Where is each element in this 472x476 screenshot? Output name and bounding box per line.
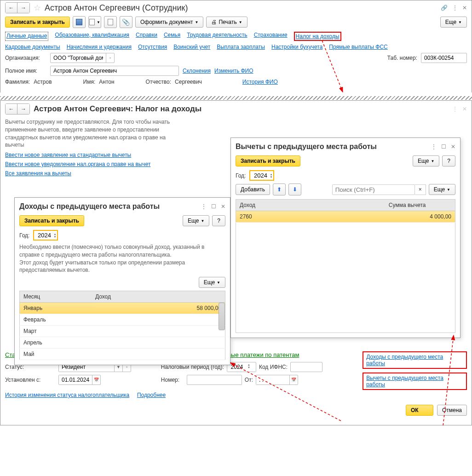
name-label: Имя: [83,79,96,85]
table-row[interactable]: Апрель [20,337,225,349]
add-button[interactable]: Добавить [236,184,270,195]
tab-salary[interactable]: Выплата зарплаты [217,44,265,50]
number-input[interactable] [187,375,242,385]
save-button[interactable] [73,16,86,28]
tab-income-tax[interactable]: Налог на доходы [294,32,341,41]
income-more-button[interactable]: Еще ▼ [183,215,209,226]
tab-military[interactable]: Воинский учет [173,44,210,50]
table-row[interactable]: Март [20,326,225,337]
set-from-date[interactable]: 📅 [58,375,101,385]
ifns-input[interactable] [290,362,322,372]
sub-close-icon[interactable]: ✕ [462,106,467,112]
income-table-more-button[interactable]: Еще ▼ [199,277,225,288]
change-fio-link[interactable]: Изменить ФИО [214,68,253,74]
save-close-button[interactable]: Записать и закрыть [5,17,70,28]
org-input[interactable] [51,53,106,63]
deduct-more-button[interactable]: Еще ▼ [413,155,439,166]
table-row[interactable]: Февраль [20,314,225,326]
sub-forward-button[interactable]: → [17,104,29,114]
income-close-icon[interactable]: ✕ [221,203,225,210]
tab-references[interactable]: Справки [136,32,157,41]
tab-insurance[interactable]: Страхование [254,32,288,41]
deduct-year-box: ▲▼ [249,170,274,181]
cancel-button[interactable]: Отмена [437,405,467,416]
sub-back-button[interactable]: ← [6,104,17,114]
table-row[interactable]: Май [20,349,225,360]
deduct-maximize-icon[interactable]: ☐ [441,143,446,150]
table-row[interactable]: Январь58 000,00 [20,303,225,314]
income-year-input[interactable] [35,232,53,239]
deduct-prev-link[interactable]: Вычеты с предыдущего места работы [366,375,443,388]
fullname-input[interactable] [50,66,179,76]
income-table[interactable]: Месяц Доход Январь58 000,00 Февраль Март… [19,291,225,360]
ifns-label: Код ИФНС: [259,364,288,370]
col-month: Месяц [20,291,92,303]
move-up-button[interactable]: ⬆ [273,184,286,195]
income-prev-link-box: Доходы с предыдущего места работы [363,351,467,369]
deduct-kebab-icon[interactable]: ⋮ [431,143,437,150]
tab-accounting[interactable]: Настройки бухучета [271,44,322,50]
tab-fss[interactable]: Прямые выплаты ФСС [329,44,387,50]
attach-button[interactable]: 📎 [120,16,132,28]
calendar-icon[interactable]: 📅 [289,375,298,384]
scrollbar-thumb[interactable] [219,303,225,330]
page-title: Астров Антон Сергеевич (Сотрудник) [45,3,188,13]
tab-family[interactable]: Семья [164,32,180,41]
period-input-wrap[interactable]: ▲▼ [227,362,256,372]
tab-education[interactable]: Образование, квалификация [55,32,129,41]
tab-number-input[interactable] [421,53,467,63]
more-info-link[interactable]: Подробнее [137,392,166,398]
nav-arrows: ← → [5,2,30,13]
patronymic-value: Сергеевич [175,79,202,85]
kebab-icon[interactable]: ⋮ [452,5,458,11]
org-combo[interactable]: ▫ [50,53,115,63]
period-down-icon[interactable]: ▼ [248,366,250,369]
link-icon[interactable]: 🔗 [441,5,448,11]
year-down-icon[interactable]: ▼ [53,235,56,238]
ok-button[interactable]: ОК [406,405,433,416]
deduct-year-input[interactable] [251,172,270,179]
more-button[interactable]: Еще ▼ [440,17,467,28]
torn-edge [0,96,472,100]
income-info-text: Необходимо ввести (помесячно) только сов… [19,243,225,274]
deduct-close-icon[interactable]: ✕ [451,143,455,150]
tab-absences[interactable]: Отсутствия [138,44,167,50]
from-date[interactable]: 📅 [256,375,298,385]
income-maximize-icon[interactable]: ☐ [211,203,216,210]
forward-button[interactable]: → [17,3,29,13]
file-dropdown-button[interactable]: ▼ [88,16,101,28]
tab-hr-docs[interactable]: Кадровые документы [5,44,60,50]
star-icon[interactable]: ☆ [34,3,41,13]
search-input[interactable] [332,184,415,195]
org-open-icon[interactable]: ▫ [106,53,114,63]
income-prev-link[interactable]: Доходы с предыдущего места работы [366,354,443,367]
sub-kebab-icon[interactable]: ⋮ [452,106,458,112]
close-icon[interactable]: ✕ [462,5,467,11]
calendar-icon[interactable]: 📅 [92,375,100,384]
tab-employment[interactable]: Трудовая деятельность [187,32,247,41]
print-button[interactable]: 🖨 Печать ▼ [206,17,247,28]
deduct-table[interactable]: Доход Сумма вычета 27604 000,00 [236,199,455,333]
from-date-input[interactable] [256,375,289,384]
doc-button[interactable] [104,16,117,28]
deduct-help-button[interactable]: ? [442,155,455,166]
deduct-table-more-button[interactable]: Еще ▼ [429,184,455,195]
back-button[interactable]: ← [6,3,17,13]
fio-history-link[interactable]: История ФИО [242,79,278,85]
set-from-input[interactable] [59,375,92,384]
deduct-save-close-button[interactable]: Записать и закрыть [236,155,300,166]
create-doc-button[interactable]: Оформить документ ▼ [135,17,203,28]
income-year-label: Год: [19,232,29,239]
tab-personal[interactable]: Личные данные [5,32,48,41]
table-row[interactable]: 27604 000,00 [236,211,455,223]
income-help-button[interactable]: ? [212,215,225,226]
name-value: Антон [99,79,114,85]
declension-link[interactable]: Склонения [183,68,211,74]
move-down-button[interactable]: ⬇ [288,184,301,195]
status-history-link[interactable]: История изменения статуса налогоплательщ… [5,392,129,398]
year-down-icon[interactable]: ▼ [270,176,272,178]
search-clear-icon[interactable]: × [415,184,426,195]
income-kebab-icon[interactable]: ⋮ [201,203,207,210]
tab-accruals[interactable]: Начисления и удержания [67,44,132,50]
income-save-close-button[interactable]: Записать и закрыть [19,215,84,226]
